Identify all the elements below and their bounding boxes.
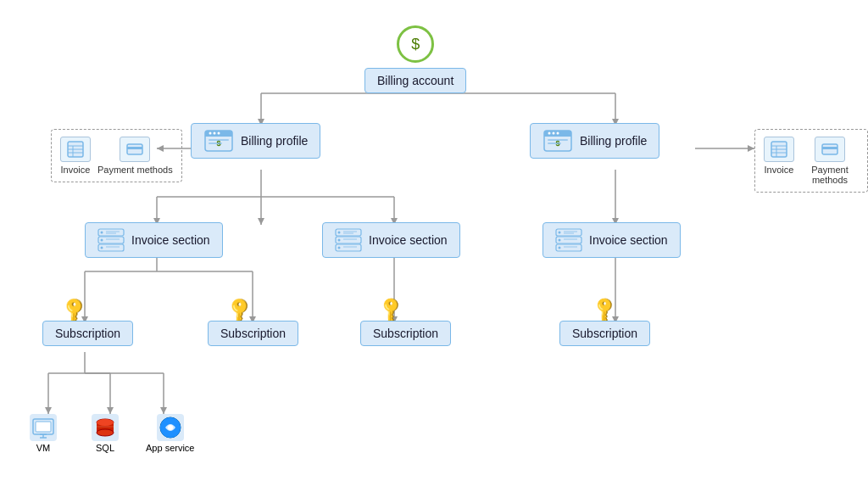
billing-profile-right-icon: $ bbox=[542, 129, 573, 153]
subscription-4-box: Subscription bbox=[559, 321, 650, 346]
left-invoice-item: Invoice bbox=[60, 137, 91, 175]
right-invoice-item: Invoice bbox=[764, 137, 794, 175]
sql-resource: SQL bbox=[92, 414, 119, 453]
left-side-items: Invoice Payment methods bbox=[60, 137, 173, 175]
sql-resource-node: SQL bbox=[92, 414, 119, 453]
right-invoice-icon bbox=[764, 137, 794, 162]
invoice-section-2-label: Invoice section bbox=[369, 233, 448, 247]
sql-icon bbox=[92, 414, 119, 441]
invoice-section-3-node: Invoice section bbox=[542, 222, 681, 258]
side-box-right: Invoice Payment methods bbox=[754, 129, 868, 193]
key-icon-2: 🔑 bbox=[227, 299, 253, 323]
invoice-section-2-box: Invoice section bbox=[322, 222, 460, 258]
svg-rect-49 bbox=[127, 147, 142, 149]
vm-label: VM bbox=[36, 443, 51, 453]
subscription-3-node: Subscription bbox=[360, 321, 451, 346]
invoice-section-3-label: Invoice section bbox=[589, 233, 668, 247]
key-icon-4: 🔑 bbox=[593, 299, 616, 321]
right-side-items: Invoice Payment methods bbox=[764, 137, 859, 185]
svg-point-71 bbox=[557, 132, 559, 135]
svg-point-113 bbox=[97, 419, 114, 426]
billing-account-label: Billing account bbox=[377, 74, 453, 87]
svg-point-100 bbox=[559, 247, 561, 249]
vm-icon bbox=[30, 414, 57, 441]
side-box-left: Invoice Payment methods bbox=[51, 129, 182, 182]
left-invoice-icon bbox=[60, 137, 91, 162]
subscription-1-box: Subscription bbox=[42, 321, 133, 346]
billing-account-node: $ Billing account bbox=[364, 25, 466, 93]
invoice-section-1-box: Invoice section bbox=[85, 222, 223, 258]
svg-point-89 bbox=[338, 239, 341, 242]
svg-point-90 bbox=[338, 247, 341, 249]
billing-profile-left-label: Billing profile bbox=[241, 134, 308, 148]
subscription-2-node: Subscription bbox=[208, 321, 298, 346]
svg-rect-73 bbox=[548, 139, 568, 141]
invoice-section-1-node: Invoice section bbox=[85, 222, 223, 258]
key-icon-3: 🔑 bbox=[380, 299, 403, 321]
left-payment-item: Payment methods bbox=[97, 137, 173, 175]
svg-point-112 bbox=[97, 429, 114, 436]
svg-rect-56 bbox=[822, 147, 837, 149]
vm-resource: VM bbox=[30, 414, 57, 453]
app-service-icon bbox=[157, 414, 184, 441]
svg-point-70 bbox=[553, 132, 555, 135]
left-payment-label: Payment methods bbox=[97, 165, 173, 175]
billing-profile-left-icon: $ bbox=[203, 129, 234, 153]
svg-marker-39 bbox=[107, 407, 114, 414]
svg-point-88 bbox=[338, 232, 341, 234]
svg-point-62 bbox=[218, 132, 220, 135]
right-payment-item: Payment methods bbox=[801, 137, 859, 185]
subscription-1-label: Subscription bbox=[55, 327, 120, 340]
svg-rect-106 bbox=[36, 422, 51, 432]
svg-point-117 bbox=[168, 425, 173, 430]
subscription-2-label: Subscription bbox=[220, 327, 286, 340]
svg-marker-42 bbox=[160, 407, 167, 414]
svg-marker-10 bbox=[748, 145, 754, 152]
subscription-1-node: Subscription bbox=[42, 321, 133, 346]
left-payment-icon bbox=[120, 137, 150, 162]
app-service-resource: App service bbox=[146, 414, 194, 453]
svg-point-61 bbox=[214, 132, 216, 135]
svg-rect-64 bbox=[209, 139, 229, 141]
svg-marker-16 bbox=[258, 218, 264, 225]
left-invoice-label: Invoice bbox=[61, 165, 91, 175]
subscription-3-label: Subscription bbox=[373, 327, 438, 340]
left-dashed-container: Invoice Payment methods bbox=[51, 129, 182, 182]
svg-point-69 bbox=[548, 132, 551, 135]
svg-point-78 bbox=[101, 232, 103, 234]
billing-profile-right-label: Billing profile bbox=[580, 134, 647, 148]
svg-point-79 bbox=[101, 239, 103, 242]
invoice-section-2-node: Invoice section bbox=[322, 222, 460, 258]
vm-resource-node: VM bbox=[30, 414, 57, 453]
right-dashed-container: Invoice Payment methods bbox=[754, 129, 868, 193]
svg-point-80 bbox=[101, 247, 103, 249]
subscription-3-box: Subscription bbox=[360, 321, 451, 346]
billing-profile-right-node: $ Billing profile bbox=[530, 123, 659, 159]
sql-label: SQL bbox=[96, 443, 114, 453]
svg-point-98 bbox=[559, 232, 561, 234]
billing-account-icon: $ bbox=[397, 25, 434, 63]
app-service-label: App service bbox=[146, 443, 194, 453]
invoice-section-3-icon bbox=[555, 228, 582, 252]
svg-point-99 bbox=[559, 239, 561, 242]
billing-profile-right-box: $ Billing profile bbox=[530, 123, 659, 159]
subscription-4-label: Subscription bbox=[572, 327, 637, 340]
svg-rect-74 bbox=[548, 143, 561, 144]
subscription-2-box: Subscription bbox=[208, 321, 298, 346]
billing-account-box: Billing account bbox=[364, 68, 466, 93]
app-service-resource-node: App service bbox=[146, 414, 194, 453]
billing-profile-left-node: $ Billing profile bbox=[191, 123, 320, 159]
svg-marker-36 bbox=[45, 407, 52, 414]
key-icon-1: 🔑 bbox=[62, 299, 87, 323]
subscription-4-node: Subscription bbox=[559, 321, 650, 346]
invoice-section-2-icon bbox=[335, 228, 362, 252]
invoice-section-1-icon bbox=[97, 228, 125, 252]
billing-hierarchy-diagram: $ Billing account bbox=[0, 0, 868, 492]
svg-rect-65 bbox=[209, 143, 222, 144]
invoice-section-1-label: Invoice section bbox=[131, 233, 210, 247]
right-payment-icon bbox=[815, 137, 845, 162]
invoice-section-3-box: Invoice section bbox=[542, 222, 681, 258]
svg-point-60 bbox=[209, 132, 212, 135]
billing-profile-left-box: $ Billing profile bbox=[191, 123, 320, 159]
right-invoice-label: Invoice bbox=[765, 165, 794, 175]
